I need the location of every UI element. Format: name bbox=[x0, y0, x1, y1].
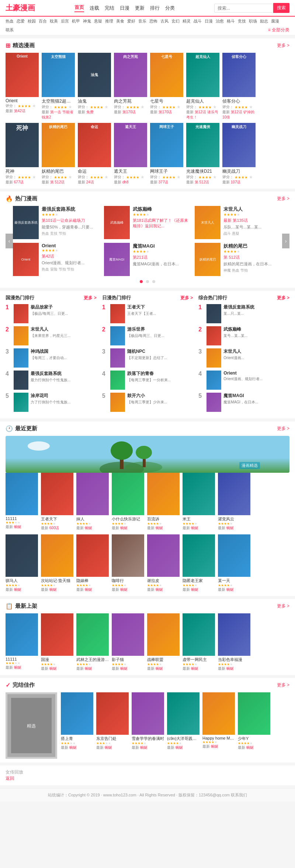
hot-more[interactable]: 更多 > bbox=[277, 196, 289, 202]
list-item[interactable]: 濯觉风云 ★★★★★ 最新 蜿蜒 bbox=[218, 473, 250, 531]
list-item[interactable]: 光速魔侠 光速魔侠D21 评分：★★★★★ 最新 第 512话 bbox=[186, 123, 219, 185]
list-item[interactable]: 1 极品放家子 【极品/每周三、日更... bbox=[6, 304, 97, 323]
list-item[interactable]: 少年Y ★★★★★ 最新 蜿蜒 bbox=[238, 692, 270, 759]
carousel-dot-3[interactable] bbox=[152, 280, 155, 283]
shelf-more[interactable]: 更多 > bbox=[277, 603, 289, 609]
tag-music[interactable]: 音乐 bbox=[138, 18, 146, 24]
tag-ghost[interactable]: 神鬼 bbox=[83, 18, 91, 24]
list-item[interactable]: 4 Orient Orient漫画、规划行者... bbox=[198, 371, 289, 390]
nav-rank[interactable]: 排行 bbox=[150, 5, 160, 11]
tag-mystery[interactable]: 悬疑 bbox=[94, 18, 102, 24]
list-item[interactable]: 武林之王的漫游生活 ★★★★★ 最新 蜿蜒 bbox=[76, 613, 109, 671]
list-item[interactable]: 搭上青 ★★★★★ 最新 蜿蜒 bbox=[61, 692, 93, 759]
list-item[interactable]: 小什么快乐游记 ★★★★★ 最新 蜿蜒 bbox=[112, 473, 144, 531]
list-item[interactable]: 魔笛MAGI 魔笛MAGI ★★★★★ 第211话 魔笛MAGI漫画，在日本..… bbox=[104, 243, 191, 276]
list-item[interactable]: 国漫 ★★★★★ 最新 蜿蜒 bbox=[41, 613, 73, 671]
list-item[interactable]: 油鬼 油鬼 评分：★★★★★ 最新 免费 bbox=[78, 53, 111, 120]
list-item[interactable]: (c9n)大洋哥践出依休 ★★★★★ 最新 蜿蜒 bbox=[167, 692, 199, 759]
tag-japanese2[interactable]: 日漫 bbox=[205, 18, 213, 24]
footer-link-2[interactable]: 返回 bbox=[6, 776, 14, 781]
nav-category[interactable]: 分类 bbox=[165, 5, 175, 11]
list-item[interactable]: 11111 ★★★★★ 最新 蜿蜒 bbox=[6, 613, 38, 671]
list-item[interactable]: 1 王者天下 王者天下【王者... bbox=[102, 304, 193, 323]
tag-school[interactable]: 校园 bbox=[28, 18, 36, 24]
list-item[interactable]: 当彩色幸福漫 ★★★★★ 最新 蜿蜒 bbox=[218, 613, 250, 671]
list-item[interactable]: 七星号 七星号 评分：★★★★★ 最新 第170话 bbox=[150, 53, 183, 120]
list-item[interactable]: 3 末世凡人 Orient漫画... bbox=[198, 348, 289, 368]
tag-romance[interactable]: 恋爱 bbox=[17, 18, 25, 24]
list-item[interactable]: 隐婊棒 ★★★★★ 最新 蜿蜒 bbox=[76, 534, 109, 592]
list-item[interactable]: 婶人 ★★★★★ 最新 蜿蜒 bbox=[76, 473, 109, 531]
tag-spirit[interactable]: 精灵 bbox=[183, 18, 191, 24]
tag-food[interactable]: 美食 bbox=[116, 18, 124, 24]
list-item[interactable]: Orient Orient ★★★★★ 第42话 Orient漫画、规划行者..… bbox=[13, 243, 100, 276]
list-item[interactable]: 影子猫 ★★★★★ 最新 蜿蜒 bbox=[112, 613, 144, 671]
tag-moe[interactable]: 萌系 bbox=[6, 27, 14, 33]
list-item[interactable]: 超克仙人 超克仙人 评分：★★★★★ 最新 第12话 请乐号考生！ bbox=[186, 53, 219, 120]
japanese-more[interactable]: 更多 > bbox=[180, 295, 193, 301]
tag-horror[interactable]: 恐怖 bbox=[149, 18, 157, 24]
carousel-next-button[interactable]: › bbox=[282, 234, 289, 248]
tag-hobby[interactable]: 爱好 bbox=[127, 18, 135, 24]
tag-sports[interactable]: 竞技 bbox=[238, 18, 246, 24]
carousel-prev-button[interactable]: ‹ bbox=[6, 234, 13, 248]
list-item[interactable]: 遮天王 遮天王 评分：★★★★★ 最新 dh8 bbox=[114, 123, 147, 185]
list-item[interactable]: 太空熊猫 太空熊猫2超级英雄 评分：★★★★★ 最新 第一击 节能省钱第2 bbox=[42, 53, 75, 120]
domestic-more[interactable]: 更多 > bbox=[84, 295, 96, 301]
list-item[interactable]: 谢拉皮 ★★★★★ 最新 蜿蜒 bbox=[147, 534, 180, 592]
list-item[interactable]: 驯马人 ★★★★★ 最新 蜿蜒 bbox=[6, 534, 38, 592]
recent-more[interactable]: 更多 > bbox=[277, 426, 289, 432]
tag-mech[interactable]: 机甲 bbox=[72, 18, 80, 24]
list-item[interactable]: Happy home Maker ★★★★★ 最新 蜿蜒 bbox=[202, 692, 235, 759]
tag-work[interactable]: 职场 bbox=[249, 18, 257, 24]
tag-battle[interactable]: 战斗 bbox=[194, 18, 202, 24]
tag-hot[interactable]: 热血 bbox=[6, 18, 14, 24]
carousel-dot-2[interactable] bbox=[146, 280, 149, 283]
list-item[interactable]: 5 魔笛MAGI 魔笛MAGI，在日本... bbox=[198, 393, 289, 412]
nav-update[interactable]: 更新 bbox=[135, 5, 145, 11]
tag-yuri[interactable]: 百合 bbox=[39, 18, 47, 24]
list-item[interactable]: 肉之芳苑 肉之芳苑 评分：★★★★★ 最新 第170话 bbox=[114, 53, 147, 120]
tag-fight[interactable]: 格斗 bbox=[227, 18, 235, 24]
list-item[interactable]: 侦客分心 侦客分心 评分：★★★★★ 最新 第12话 铲掉的10倍 bbox=[222, 53, 256, 120]
list-item[interactable]: 妖精的尾巴 妖精的尾巴 ★★★★★ 第 512话 妖精的尾巴漫画，在日本... … bbox=[195, 243, 282, 276]
tag-inspire[interactable]: 励志 bbox=[260, 18, 268, 24]
completed-highlight[interactable]: 精选 bbox=[6, 692, 57, 759]
list-item[interactable]: 1 最强反套路系统 某...只...某... bbox=[198, 304, 289, 323]
list-item[interactable]: 2 武炼巅峰 某号...某...某... bbox=[198, 326, 289, 345]
tag-fantasy[interactable]: 玄幻 bbox=[171, 18, 180, 24]
tag-bl[interactable]: 腐漫 bbox=[271, 18, 279, 24]
tag-yaoi[interactable]: 耽美 bbox=[50, 18, 58, 24]
nav-japanese[interactable]: 日漫 bbox=[120, 5, 129, 11]
list-item[interactable]: 妖精的尾巴 妖精的尾巴 评分：★★★★★ 最新 第 512话 bbox=[42, 123, 75, 185]
list-item[interactable]: 2 游乐世界 【极品/每周三、日更... bbox=[102, 326, 193, 345]
completed-more[interactable]: 更多 > bbox=[277, 682, 289, 688]
all-categories[interactable]: ≡ 全部分类 bbox=[268, 27, 289, 33]
list-item[interactable]: 武炼巅峰 武炼巅峰 ★★★★★ 第181话忒啊了解了！《还原来顺排》返回我记..… bbox=[104, 206, 191, 239]
list-item[interactable]: 虚带一网民主 ★★★★★ 最新 蜿蜒 bbox=[183, 613, 215, 671]
list-item[interactable]: 网球王子 网球王子 评分：★★★★★ 最新 377话 bbox=[150, 123, 183, 185]
list-item[interactable]: 王者天下 ★★★★★ 最新 600话 bbox=[41, 473, 73, 531]
list-item[interactable]: 战棒联盟 ★★★★★ 最新 蜿蜒 bbox=[147, 613, 180, 671]
list-item[interactable]: 米王 ★★★★★ 最新 蜿蜒 bbox=[183, 473, 215, 531]
list-item[interactable]: 4 最强反套路系统 最力打倒别个个性鬼族... bbox=[6, 371, 97, 390]
nav-home[interactable]: 首页 bbox=[74, 4, 84, 12]
list-item[interactable]: 某一天 ★★★★★ 最新 蜿蜒 bbox=[218, 534, 250, 592]
list-item[interactable]: 最强反套路系统 最强反套路系统 ★★★★★ 第101话一让命从磁场刀 能量50%… bbox=[13, 206, 100, 239]
nav-serial[interactable]: 连载 bbox=[90, 5, 99, 11]
list-item[interactable]: Orient Orient 评分：★★★★★ 最新 第42话 bbox=[6, 53, 39, 120]
tag-healing[interactable]: 治愈 bbox=[216, 18, 224, 24]
list-item[interactable]: 5 鼓开六小 【每周三季更】少许来... bbox=[102, 393, 193, 412]
tag-harem[interactable]: 后宫 bbox=[61, 18, 69, 24]
carousel-dot-1[interactable] bbox=[140, 280, 143, 283]
nav-complete[interactable]: 完结 bbox=[105, 5, 114, 11]
list-item[interactable]: 次站站记·蛰天猫 ★★★★★ 最新 蜿蜒 bbox=[41, 534, 73, 592]
list-item[interactable]: 命运 命运 评分：★★★★★ 最新 24话 bbox=[78, 123, 111, 185]
list-item[interactable]: 百流诉 ★★★★★ 最新 蜿蜒 bbox=[147, 473, 180, 531]
list-item[interactable]: 11111 ★★★★★ 最新 蜿蜒 bbox=[6, 473, 38, 531]
tag-detective[interactable]: 推理 bbox=[105, 18, 113, 24]
footer-link-1[interactable]: 女传回放 bbox=[6, 769, 23, 775]
list-item[interactable]: 5 涂岸花司 力了打倒别个个性鬼族... bbox=[6, 393, 97, 412]
list-item[interactable]: 3 神鸡战国 【每周三，才要自动... bbox=[6, 348, 97, 368]
tag-ancient[interactable]: 古风 bbox=[160, 18, 169, 24]
